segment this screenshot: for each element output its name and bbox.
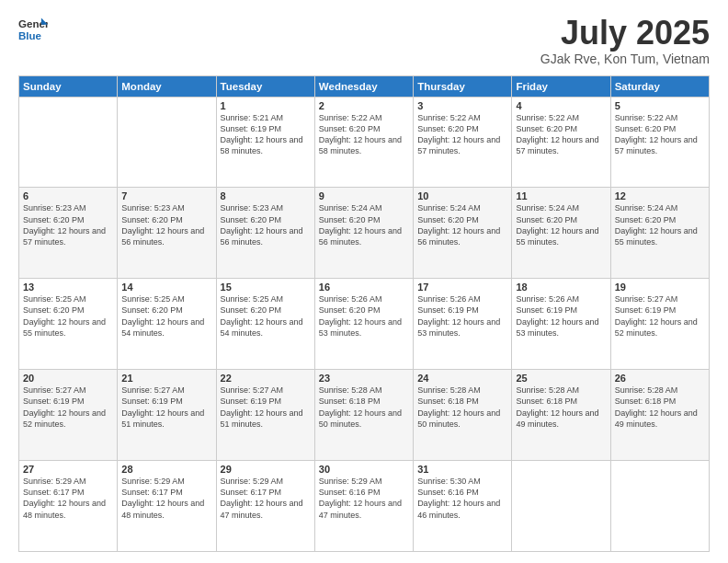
calendar-cell: 21Sunrise: 5:27 AMSunset: 6:19 PMDayligh… — [118, 370, 216, 461]
calendar-cell: 30Sunrise: 5:29 AMSunset: 6:16 PMDayligh… — [314, 461, 413, 552]
day-number: 16 — [319, 282, 409, 293]
day-number: 1 — [221, 100, 311, 111]
calendar-cell: 9Sunrise: 5:24 AMSunset: 6:20 PMDaylight… — [314, 188, 413, 279]
day-info: Sunrise: 5:29 AMSunset: 6:17 PMDaylight:… — [121, 477, 204, 519]
day-number: 8 — [221, 190, 311, 201]
calendar-cell: 8Sunrise: 5:23 AMSunset: 6:20 PMDaylight… — [216, 188, 314, 279]
day-info: Sunrise: 5:24 AMSunset: 6:20 PMDaylight:… — [319, 203, 402, 246]
col-wednesday: Wednesday — [314, 75, 413, 97]
calendar-week-3: 13Sunrise: 5:25 AMSunset: 6:20 PMDayligh… — [19, 279, 710, 370]
col-monday: Monday — [118, 75, 216, 97]
calendar-cell: 31Sunrise: 5:30 AMSunset: 6:16 PMDayligh… — [414, 461, 512, 552]
col-friday: Friday — [512, 75, 610, 97]
calendar-cell: 11Sunrise: 5:24 AMSunset: 6:20 PMDayligh… — [512, 188, 610, 279]
calendar-cell: 19Sunrise: 5:27 AMSunset: 6:19 PMDayligh… — [610, 279, 709, 370]
day-number: 28 — [121, 464, 211, 475]
day-info: Sunrise: 5:24 AMSunset: 6:20 PMDaylight:… — [516, 203, 598, 246]
day-number: 22 — [221, 373, 311, 384]
day-number: 10 — [417, 190, 507, 201]
calendar-header-row: Sunday Monday Tuesday Wednesday Thursday… — [19, 75, 710, 97]
col-sunday: Sunday — [19, 75, 118, 97]
calendar-cell: 12Sunrise: 5:24 AMSunset: 6:20 PMDayligh… — [610, 188, 709, 279]
day-info: Sunrise: 5:25 AMSunset: 6:20 PMDaylight:… — [221, 294, 303, 337]
day-info: Sunrise: 5:23 AMSunset: 6:20 PMDaylight:… — [221, 203, 303, 246]
day-info: Sunrise: 5:22 AMSunset: 6:20 PMDaylight:… — [615, 113, 698, 155]
calendar-cell — [118, 97, 216, 188]
calendar-cell: 20Sunrise: 5:27 AMSunset: 6:19 PMDayligh… — [19, 370, 118, 461]
calendar-cell: 13Sunrise: 5:25 AMSunset: 6:20 PMDayligh… — [19, 279, 118, 370]
day-number: 19 — [615, 282, 705, 293]
day-number: 9 — [319, 190, 409, 201]
day-number: 31 — [417, 464, 507, 475]
day-info: Sunrise: 5:28 AMSunset: 6:18 PMDaylight:… — [516, 385, 598, 428]
day-info: Sunrise: 5:22 AMSunset: 6:20 PMDaylight:… — [319, 113, 402, 155]
logo: General Blue — [18, 15, 48, 44]
day-number: 18 — [516, 282, 606, 293]
day-number: 25 — [516, 373, 606, 384]
day-info: Sunrise: 5:22 AMSunset: 6:20 PMDaylight:… — [417, 113, 500, 155]
day-number: 15 — [221, 282, 311, 293]
day-info: Sunrise: 5:30 AMSunset: 6:16 PMDaylight:… — [417, 477, 500, 519]
day-info: Sunrise: 5:21 AMSunset: 6:19 PMDaylight:… — [221, 113, 303, 155]
col-thursday: Thursday — [414, 75, 512, 97]
calendar-cell — [610, 461, 709, 552]
day-info: Sunrise: 5:27 AMSunset: 6:19 PMDaylight:… — [615, 294, 698, 337]
day-number: 4 — [516, 100, 606, 111]
col-tuesday: Tuesday — [216, 75, 314, 97]
day-info: Sunrise: 5:28 AMSunset: 6:18 PMDaylight:… — [615, 385, 698, 428]
day-info: Sunrise: 5:25 AMSunset: 6:20 PMDaylight:… — [23, 294, 106, 337]
day-number: 11 — [516, 190, 606, 201]
calendar-week-2: 6Sunrise: 5:23 AMSunset: 6:20 PMDaylight… — [19, 188, 710, 279]
calendar-cell: 18Sunrise: 5:26 AMSunset: 6:19 PMDayligh… — [512, 279, 610, 370]
day-number: 13 — [23, 282, 113, 293]
day-number: 7 — [121, 190, 211, 201]
day-info: Sunrise: 5:24 AMSunset: 6:20 PMDaylight:… — [615, 203, 698, 246]
day-number: 2 — [319, 100, 409, 111]
day-info: Sunrise: 5:27 AMSunset: 6:19 PMDaylight:… — [121, 385, 204, 428]
day-info: Sunrise: 5:23 AMSunset: 6:20 PMDaylight:… — [23, 203, 106, 246]
day-info: Sunrise: 5:26 AMSunset: 6:19 PMDaylight:… — [417, 294, 500, 337]
calendar-cell: 16Sunrise: 5:26 AMSunset: 6:20 PMDayligh… — [314, 279, 413, 370]
day-number: 23 — [319, 373, 409, 384]
day-number: 21 — [121, 373, 211, 384]
calendar-cell: 1Sunrise: 5:21 AMSunset: 6:19 PMDaylight… — [216, 97, 314, 188]
day-info: Sunrise: 5:29 AMSunset: 6:17 PMDaylight:… — [221, 477, 303, 519]
calendar-cell: 27Sunrise: 5:29 AMSunset: 6:17 PMDayligh… — [19, 461, 118, 552]
calendar-cell: 7Sunrise: 5:23 AMSunset: 6:20 PMDaylight… — [118, 188, 216, 279]
day-number: 29 — [221, 464, 311, 475]
calendar-cell: 24Sunrise: 5:28 AMSunset: 6:18 PMDayligh… — [414, 370, 512, 461]
day-info: Sunrise: 5:25 AMSunset: 6:20 PMDaylight:… — [121, 294, 204, 337]
calendar-cell — [19, 97, 118, 188]
day-number: 27 — [23, 464, 113, 475]
calendar-cell: 10Sunrise: 5:24 AMSunset: 6:20 PMDayligh… — [414, 188, 512, 279]
calendar-cell: 29Sunrise: 5:29 AMSunset: 6:17 PMDayligh… — [216, 461, 314, 552]
day-number: 12 — [615, 190, 705, 201]
month-title: July 2025 — [540, 15, 710, 52]
day-info: Sunrise: 5:29 AMSunset: 6:16 PMDaylight:… — [319, 477, 402, 519]
page: General Blue July 2025 GJak Rve, Kon Tum… — [0, 0, 728, 563]
calendar-week-5: 27Sunrise: 5:29 AMSunset: 6:17 PMDayligh… — [19, 461, 710, 552]
svg-text:Blue: Blue — [18, 30, 42, 41]
day-info: Sunrise: 5:26 AMSunset: 6:19 PMDaylight:… — [516, 294, 598, 337]
calendar-cell: 26Sunrise: 5:28 AMSunset: 6:18 PMDayligh… — [610, 370, 709, 461]
title-section: July 2025 GJak Rve, Kon Tum, Vietnam — [540, 15, 710, 66]
day-number: 5 — [615, 100, 705, 111]
day-info: Sunrise: 5:29 AMSunset: 6:17 PMDaylight:… — [23, 477, 106, 519]
day-info: Sunrise: 5:26 AMSunset: 6:20 PMDaylight:… — [319, 294, 402, 337]
day-number: 26 — [615, 373, 705, 384]
day-number: 6 — [23, 190, 113, 201]
calendar-cell: 23Sunrise: 5:28 AMSunset: 6:18 PMDayligh… — [314, 370, 413, 461]
day-number: 30 — [319, 464, 409, 475]
calendar: Sunday Monday Tuesday Wednesday Thursday… — [18, 75, 710, 552]
day-info: Sunrise: 5:22 AMSunset: 6:20 PMDaylight:… — [516, 113, 598, 155]
calendar-cell: 22Sunrise: 5:27 AMSunset: 6:19 PMDayligh… — [216, 370, 314, 461]
day-info: Sunrise: 5:28 AMSunset: 6:18 PMDaylight:… — [417, 385, 500, 428]
day-info: Sunrise: 5:27 AMSunset: 6:19 PMDaylight:… — [23, 385, 106, 428]
calendar-cell — [512, 461, 610, 552]
day-info: Sunrise: 5:23 AMSunset: 6:20 PMDaylight:… — [121, 203, 204, 246]
day-number: 14 — [121, 282, 211, 293]
calendar-cell: 4Sunrise: 5:22 AMSunset: 6:20 PMDaylight… — [512, 97, 610, 188]
calendar-cell: 28Sunrise: 5:29 AMSunset: 6:17 PMDayligh… — [118, 461, 216, 552]
day-number: 17 — [417, 282, 507, 293]
day-info: Sunrise: 5:27 AMSunset: 6:19 PMDaylight:… — [221, 385, 303, 428]
